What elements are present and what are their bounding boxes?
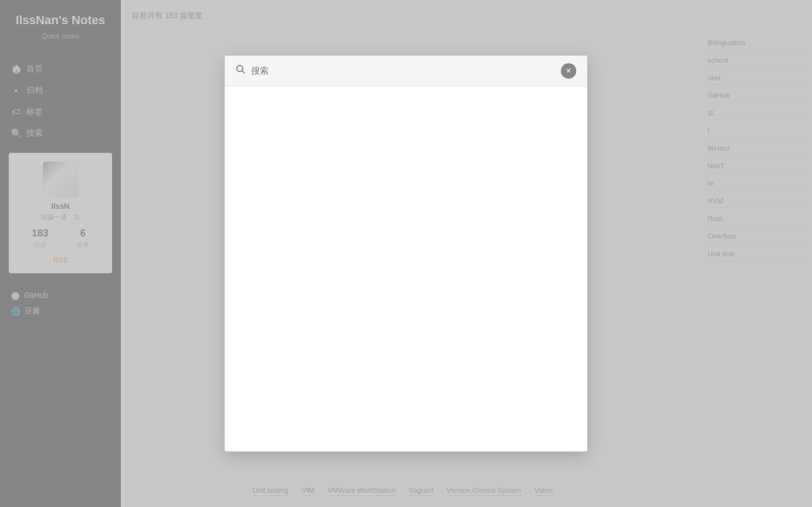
close-button[interactable]: ×	[561, 63, 576, 79]
search-modal: ×	[225, 56, 587, 451]
search-results-body	[225, 86, 587, 451]
svg-line-1	[242, 71, 245, 74]
search-header: ×	[225, 56, 587, 86]
search-input[interactable]	[251, 66, 555, 76]
search-icon	[236, 64, 246, 77]
modal-overlay: ×	[0, 0, 812, 507]
